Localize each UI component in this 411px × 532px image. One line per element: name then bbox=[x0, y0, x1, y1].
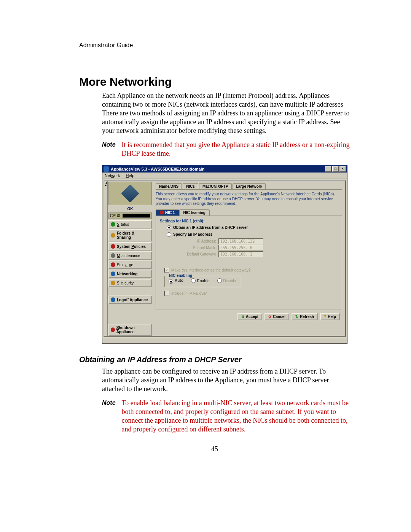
page-header: Administrator Guide bbox=[79, 42, 350, 49]
cpu-label: CPU0: bbox=[110, 214, 121, 218]
tab-large-network[interactable]: Large Network bbox=[233, 183, 266, 189]
note-text: To enable load balancing in a multi-NIC … bbox=[122, 399, 350, 434]
alert-icon bbox=[111, 244, 115, 249]
refresh-button[interactable]: ↻Refresh bbox=[292, 313, 318, 320]
nav-security[interactable]: Security bbox=[108, 279, 152, 287]
default-gateway-label: Default Gateway: bbox=[177, 252, 216, 256]
cpu-bar bbox=[123, 214, 150, 218]
radio-static[interactable] bbox=[167, 232, 171, 237]
subnet-mask-label: Subnet Mask: bbox=[177, 246, 216, 250]
nav-maintenance[interactable]: Maintenance bbox=[108, 251, 152, 260]
nav-list: Status Folders & Sharing System Policies… bbox=[108, 220, 152, 336]
default-gateway-checkbox-label: Make this interface act as the default g… bbox=[171, 268, 250, 272]
settings-title: Settings for NIC 1 (eth0): bbox=[160, 219, 338, 223]
radio-dhcp-label: Obtain an IP address from a DHCP server bbox=[173, 225, 248, 230]
shield-icon bbox=[111, 281, 115, 285]
nav-policies[interactable]: System Policies bbox=[108, 242, 152, 251]
ip-address-label: IP Address: bbox=[177, 239, 216, 243]
help-icon: ? bbox=[324, 315, 326, 319]
section-heading: More Networking bbox=[79, 75, 350, 88]
radio-enable[interactable] bbox=[191, 278, 196, 283]
nav-folders[interactable]: Folders & Sharing bbox=[108, 229, 152, 241]
appliance-logo bbox=[108, 182, 152, 205]
sub-tab-row: NIC 1 NIC teaming bbox=[156, 209, 342, 216]
tab-mac-unix-ftp[interactable]: Mac/UNIX/FTP bbox=[199, 183, 232, 189]
window-titlebar[interactable]: ApplianceView 5.3 - AWS65BCE0E.localdoma… bbox=[102, 165, 347, 173]
ip-address-input[interactable]: 192.168.168.132 bbox=[218, 238, 263, 244]
radio-enable-row[interactable]: Enable bbox=[191, 278, 210, 284]
radio-dhcp-row[interactable]: Obtain an IP address from a DHCP server bbox=[167, 225, 338, 230]
ip-fields: IP Address: 192.168.168.132 Subnet Mask:… bbox=[177, 238, 338, 257]
radio-auto[interactable] bbox=[169, 279, 173, 284]
radio-disable[interactable] bbox=[217, 278, 222, 283]
tab-description: This screen allows you to modify your ne… bbox=[156, 192, 342, 206]
intro-paragraph: Each Appliance on the network needs an I… bbox=[102, 91, 350, 135]
action-button-row: ↯Accept ⊘Cancel ↻Refresh ?Help bbox=[156, 310, 342, 323]
nic-icon bbox=[160, 211, 164, 214]
nav-networking[interactable]: Networking bbox=[108, 270, 152, 278]
power-icon bbox=[111, 328, 115, 332]
right-pane: Name/DNS NICs Mac/UNIX/FTP Large Network… bbox=[153, 181, 345, 336]
accept-icon: ↯ bbox=[241, 315, 244, 319]
disk-icon bbox=[111, 262, 115, 267]
failover-checkbox-label: Include in IP Failover bbox=[171, 291, 207, 296]
logo-diamond-icon bbox=[121, 184, 139, 203]
subtab-nic-teaming[interactable]: NIC teaming bbox=[179, 209, 210, 216]
check-icon bbox=[111, 222, 115, 227]
default-gateway-checkbox[interactable]: ✓ bbox=[164, 268, 169, 273]
cpu-meter: CPU0: bbox=[108, 212, 152, 219]
nic-enabling-legend: NIC enabling bbox=[168, 273, 193, 278]
tab-name-dns[interactable]: Name/DNS bbox=[156, 183, 182, 189]
cancel-button[interactable]: ⊘Cancel bbox=[264, 313, 289, 320]
default-gateway-checkbox-row[interactable]: ✓ Make this interface act as the default… bbox=[164, 268, 338, 273]
minimize-button[interactable]: _ bbox=[325, 166, 331, 172]
subnet-mask-input[interactable]: 255.255.255. 0 bbox=[218, 245, 263, 251]
radio-dhcp[interactable] bbox=[167, 225, 171, 230]
folder-icon bbox=[111, 233, 115, 238]
subsection-heading: Obtaining an IP Address from a DHCP Serv… bbox=[79, 355, 350, 364]
accept-button[interactable]: ↯Accept bbox=[237, 313, 262, 320]
close-button[interactable]: × bbox=[339, 166, 346, 172]
main-tab-row: Name/DNS NICs Mac/UNIX/FTP Large Network bbox=[156, 183, 342, 190]
failover-checkbox[interactable] bbox=[164, 291, 169, 296]
help-button[interactable]: ?Help bbox=[320, 313, 340, 320]
menu-network[interactable]: Network bbox=[105, 173, 120, 178]
screenshot-window: ApplianceView 5.3 - AWS65BCE0E.localdoma… bbox=[102, 165, 347, 344]
note-label: Note bbox=[102, 399, 116, 406]
window-statusbar bbox=[102, 338, 347, 343]
subtab-nic1[interactable]: NIC 1 bbox=[156, 209, 179, 216]
menu-help[interactable]: Help bbox=[126, 173, 134, 178]
nav-status[interactable]: Status bbox=[108, 220, 152, 228]
network-icon bbox=[111, 272, 115, 276]
note-block-1: Note It is recommended that you give the… bbox=[102, 141, 350, 158]
radio-static-label: Specify an IP address bbox=[173, 232, 212, 236]
radio-static-row[interactable]: Specify an IP address bbox=[167, 232, 338, 237]
refresh-icon: ↻ bbox=[295, 315, 298, 319]
note-block-2: Note To enable load balancing in a multi… bbox=[102, 399, 350, 434]
tab-nics[interactable]: NICs bbox=[183, 183, 198, 189]
nav-logoff[interactable]: Logoff Appliance bbox=[108, 296, 152, 304]
nav-shutdown[interactable]: Shutdown Appliance bbox=[108, 324, 152, 336]
gear-icon bbox=[111, 253, 115, 258]
failover-checkbox-row[interactable]: Include in IP Failover bbox=[164, 291, 338, 296]
nic-enabling-fieldset: NIC enabling Auto Enable Disable bbox=[164, 276, 241, 288]
status-ok: OK bbox=[108, 206, 153, 212]
dhcp-paragraph: The appliance can be configured to recei… bbox=[102, 367, 350, 393]
radio-auto-row[interactable]: Auto bbox=[169, 278, 183, 284]
nav-storage[interactable]: Storage bbox=[108, 260, 152, 269]
splitter-handle[interactable]: ◂▸ bbox=[104, 181, 108, 336]
logoff-icon bbox=[111, 297, 115, 302]
menu-bar: Network Help bbox=[102, 173, 347, 179]
default-gateway-input[interactable]: 192.168.168. 2 bbox=[218, 251, 263, 257]
left-pane: OK CPU0: Status Folders & Sharing System… bbox=[108, 181, 153, 336]
nic-settings-panel: Settings for NIC 1 (eth0): Obtain an IP … bbox=[156, 216, 342, 310]
window-title: ApplianceView 5.3 - AWS65BCE0E.localdoma… bbox=[111, 167, 204, 171]
radio-disable-row[interactable]: Disable bbox=[217, 278, 236, 284]
page-number: 45 bbox=[79, 445, 350, 453]
note-text: It is recommended that you give the Appl… bbox=[122, 141, 350, 158]
app-icon bbox=[104, 166, 109, 172]
maximize-button[interactable]: □ bbox=[332, 166, 339, 172]
note-label: Note bbox=[102, 141, 116, 148]
cancel-icon: ⊘ bbox=[268, 315, 271, 319]
